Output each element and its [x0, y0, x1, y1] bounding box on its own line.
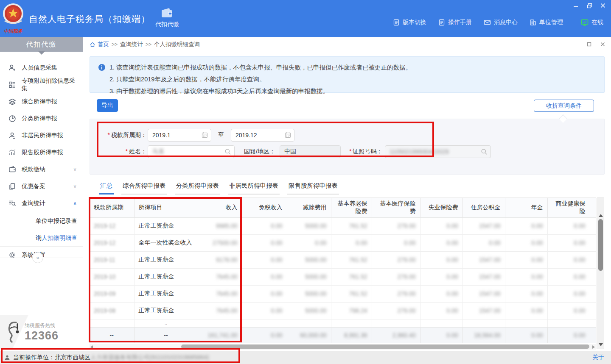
person-icon [4, 355, 10, 361]
table-cell [372, 319, 420, 327]
table-cell-value: 0.00 [271, 307, 282, 314]
query-statistics-submenu: 单位申报记录查询 个人扣缴明细查询 [0, 212, 83, 247]
app-window: 中国税务 自然人电子税务局（扣缴端） 代扣代缴 版本切换 [0, 0, 611, 364]
table-cell: 0.00 [242, 268, 287, 285]
hotline-caption: 纳税服务热线 [25, 322, 59, 329]
menu-label: 操作手册 [448, 19, 472, 26]
table-cell: 0.00 [242, 251, 287, 268]
search-icon[interactable] [224, 148, 231, 155]
sidebar-item-classified-income[interactable]: 分类所得申报 [0, 110, 83, 127]
online-status[interactable]: 在线 [581, 19, 603, 26]
hotline-operator-icon [6, 321, 21, 344]
calendar-icon[interactable] [202, 132, 208, 138]
table-cell: 0.00 [547, 268, 590, 285]
table-cell: -- [134, 327, 198, 343]
menu-unit-management[interactable]: 单位管理 [530, 19, 563, 26]
sidebar-item-personnel-info[interactable]: 人员信息采集 [0, 59, 83, 76]
bar-chart-icon [8, 149, 16, 156]
table-cell: 0.00 [372, 234, 420, 251]
restore-button[interactable] [586, 2, 593, 9]
table-cell: 279.00 [372, 302, 420, 319]
panel-close-button[interactable] [599, 41, 606, 47]
close-button[interactable] [599, 2, 607, 9]
table-cell: 5000.00 [287, 302, 331, 319]
menu-manual[interactable]: 操作手册 [438, 19, 472, 26]
menu-message-center[interactable]: 消息中心 [484, 19, 518, 26]
window-controls [572, 2, 607, 9]
table-cell: 279.00 [372, 285, 420, 302]
collapse-query-button[interactable]: 收折查询条件 [534, 100, 594, 112]
tab-restricted-stock[interactable]: 限售股所得申报表 [287, 182, 339, 195]
minimize-button[interactable] [572, 2, 580, 9]
sidebar-subitem-unit-declaration-query[interactable]: 单位申报记录查询 [0, 212, 83, 229]
table-cell: 正常工资薪金 [134, 285, 198, 302]
table-cell-value: 正常工资薪金 [139, 222, 174, 229]
table-cell-value: 279.00 [398, 222, 416, 229]
vertical-scroll-thumb[interactable] [598, 219, 603, 271]
sidebar-item-comprehensive-income[interactable]: 综合所得申报 [0, 93, 83, 110]
id-number-input[interactable]: 110502199930422029 [385, 145, 491, 158]
column-header: 税延养老保险 [590, 198, 596, 217]
sidebar-collapse-button[interactable]: « [32, 252, 43, 263]
tab-summary[interactable]: 汇总 [99, 182, 114, 195]
table-cell: 7645.00 [198, 285, 242, 302]
name-input[interactable]: 马某 [148, 145, 235, 158]
copy-icon [8, 183, 16, 190]
table-cell: 0.00 [242, 217, 287, 234]
sidebar-item-preferential-filing[interactable]: 优惠备案 ∨ [0, 178, 83, 195]
table-cell: 0.00 [420, 234, 462, 251]
mail-icon [484, 19, 491, 26]
scroll-down-arrow[interactable] [599, 343, 603, 346]
table-cell: 0.00 [331, 234, 372, 251]
table-cell: 8,991.36 [331, 327, 372, 343]
export-button[interactable]: 导出 [97, 99, 118, 112]
panel-maximize-button[interactable] [586, 41, 592, 47]
sidebar-item-nonresident-income[interactable]: 非居民所得申报 [0, 127, 83, 144]
horizontal-scroll-thumb[interactable] [181, 345, 589, 349]
about-link[interactable]: 关于 [592, 354, 604, 361]
table-cell-value: 0.00 [271, 222, 282, 229]
table-cell: 0.00 [505, 268, 547, 285]
period-from-input[interactable]: 2019.1 [148, 129, 211, 142]
table-cell [420, 319, 462, 327]
period-to-input[interactable]: 2019.12 [231, 129, 294, 142]
tab-comprehensive-income[interactable]: 综合所得申报表 [121, 182, 167, 195]
table-cell-value: 1547.00 [479, 256, 501, 263]
table-cell-value: 0.00 [574, 290, 585, 297]
vertical-scrollbar[interactable] [597, 197, 604, 349]
tab-classified-income[interactable]: 分类所得申报表 [175, 182, 221, 195]
table-cell-value: -- [110, 332, 114, 339]
sidebar-item-tax-payment[interactable]: 税款缴纳 ∨ [0, 161, 83, 178]
breadcrumb-home-label: 首页 [98, 41, 109, 48]
sidebar-nav: 人员信息采集 专项附加扣除信息采集 综合所得申报 [0, 52, 83, 264]
column-header: 所得项目 [134, 198, 198, 217]
sidebar-item-special-deduction[interactable]: 专项附加扣除信息采集 [0, 76, 83, 93]
calendar-icon[interactable] [285, 132, 291, 138]
sidebar-item-query-statistics[interactable]: 查询统计 ∧ [0, 195, 83, 212]
sidebar-subitem-personal-withholding-query[interactable]: 个人扣缴明细查询 [0, 229, 83, 246]
tax-bureau-emblem-logo: 中国税务 [3, 2, 23, 35]
breadcrumb-home-link[interactable]: 首页 [90, 41, 109, 48]
table-cell [547, 319, 590, 327]
sidebar-item-restricted-stock[interactable]: 限售股所得申报 [0, 144, 83, 161]
menu-version-switch[interactable]: 版本切换 [393, 19, 426, 26]
horizontal-scrollbar[interactable] [90, 344, 596, 350]
table-cell: 761.52 [331, 285, 372, 302]
table-cell-value: 761.52 [349, 256, 367, 263]
table-cell [331, 319, 372, 327]
scroll-up-arrow[interactable] [599, 214, 603, 217]
table-cell-value: 0.00 [446, 222, 458, 229]
table-cell-value: 2,960.40 [392, 332, 416, 339]
table-cell: 0.00 [242, 302, 287, 319]
table-cell-value: 7645.00 [216, 273, 238, 280]
required-asterisk: * [126, 148, 128, 155]
scroll-right-arrow[interactable] [592, 345, 595, 349]
table-cell-value: 0.00 [531, 332, 543, 339]
scroll-left-arrow[interactable] [90, 345, 93, 349]
result-tabs: 汇总 综合所得申报表 分类所得申报表 非居民所得申报表 限售股所得申报表 [99, 182, 347, 195]
table-cell: 7645.00 [198, 302, 242, 319]
tab-nonresident-income[interactable]: 非居民所得申报表 [228, 182, 280, 195]
table-cell: 1547.00 [462, 285, 505, 302]
module-tab-withholding[interactable]: 代扣代缴 [149, 8, 185, 28]
search-icon[interactable] [481, 148, 488, 155]
